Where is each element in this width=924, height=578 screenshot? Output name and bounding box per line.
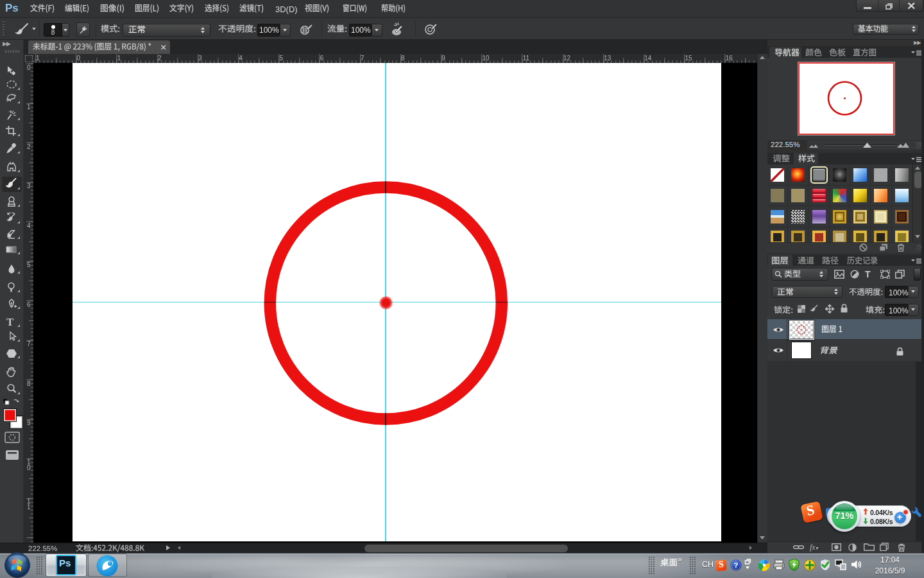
svg-text:?: ?: [733, 561, 738, 569]
